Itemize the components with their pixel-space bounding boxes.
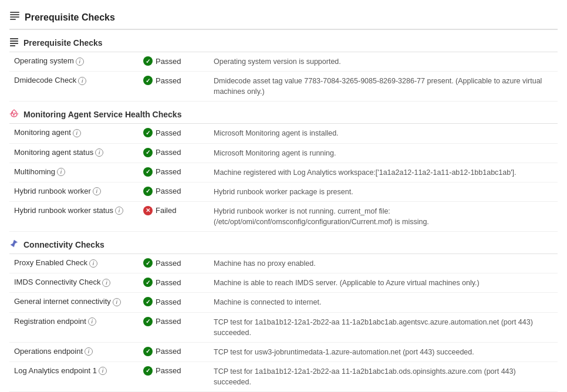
row-status: ✓Passed (139, 312, 209, 342)
row-name-text: Hybrid runbook worker (14, 187, 91, 195)
page-title-icon (9, 11, 20, 24)
passed-icon: ✓ (143, 347, 153, 356)
status-passed: ✓Passed (143, 297, 204, 306)
row-name-text: Monitoring agent (14, 128, 71, 137)
table-row: Hybrid runbook worker statusi✕FailedHybr… (9, 201, 558, 231)
row-name-text: Multihoming (14, 167, 55, 176)
status-text: Passed (156, 259, 181, 268)
info-icon[interactable]: i (76, 58, 84, 66)
row-name-text: Log Analytics endpoint 1 (14, 366, 97, 375)
svg-rect-2 (10, 16, 19, 18)
info-icon[interactable]: i (85, 347, 93, 356)
svg-rect-0 (10, 12, 19, 13)
section-connectivity: Connectivity ChecksProxy Enabled Checki✓… (9, 234, 558, 392)
status-text: Passed (156, 57, 181, 66)
status-passed: ✓Passed (143, 167, 204, 177)
passed-icon: ✓ (143, 128, 153, 137)
status-text: Passed (156, 298, 181, 306)
page-title-bar: Prerequisite Checks (9, 5, 558, 30)
info-icon[interactable]: i (73, 129, 81, 137)
row-description: Machine is able to reach IMDS server. (A… (209, 273, 558, 293)
status-text: Passed (156, 129, 181, 137)
row-status: ✓Passed (139, 163, 209, 182)
status-text: Passed (156, 366, 181, 375)
status-passed: ✓Passed (143, 366, 204, 376)
row-description: Machine is connected to internet. (209, 293, 558, 312)
table-prereq: Operating systemi✓PassedOperating system… (9, 52, 558, 102)
section-icon-prereq (9, 37, 19, 48)
info-icon[interactable]: i (115, 207, 123, 215)
row-name: Operations endpointi (9, 342, 139, 361)
row-name: Monitoring agent statusi (9, 143, 139, 163)
table-row: General internet connectivityi✓PassedMac… (9, 293, 558, 312)
passed-icon: ✓ (143, 167, 153, 177)
row-name-text: Monitoring agent status (14, 148, 93, 157)
info-icon[interactable]: i (102, 279, 110, 287)
table-row: Log Analytics endpoint 1i✓PassedTCP test… (9, 361, 558, 391)
table-row: Operating systemi✓PassedOperating system… (9, 52, 558, 72)
row-status: ✓Passed (139, 72, 209, 102)
row-name-text: IMDS Connectivity Check (14, 278, 100, 286)
info-icon[interactable]: i (78, 77, 86, 85)
row-name: IMDS Connectivity Checki (9, 273, 139, 293)
row-name: Hybrid runbook worker statusi (9, 201, 139, 231)
status-passed: ✓Passed (143, 317, 204, 326)
passed-icon: ✓ (143, 317, 153, 326)
table-row: Hybrid runbook workeri✓PassedHybrid runb… (9, 182, 558, 201)
main-container: Prerequisite Checks Prerequisite ChecksO… (0, 0, 567, 392)
status-passed: ✓Passed (143, 56, 204, 66)
row-name: Hybrid runbook workeri (9, 182, 139, 201)
row-name: Multihomingi (9, 163, 139, 182)
section-icon-monitoring (9, 109, 19, 120)
row-name-text: Hybrid runbook worker status (14, 206, 113, 215)
row-status: ✓Passed (139, 254, 209, 273)
row-description: Microsoft Monitoring agent is installed. (209, 124, 558, 143)
info-icon[interactable]: i (93, 187, 101, 195)
status-passed: ✓Passed (143, 278, 204, 287)
passed-icon: ✓ (143, 366, 153, 376)
row-status: ✓Passed (139, 293, 209, 312)
table-row: Monitoring agenti✓PassedMicrosoft Monito… (9, 124, 558, 143)
passed-icon: ✓ (143, 278, 153, 287)
row-description: Hybrid runbook worker package is present… (209, 182, 558, 201)
status-text: Passed (156, 187, 181, 195)
row-name-text: Proxy Enabled Check (14, 258, 87, 267)
section-monitoring: Monitoring Agent Service Health ChecksMo… (9, 104, 558, 232)
section-label-monitoring: Monitoring Agent Service Health Checks (23, 110, 181, 119)
svg-rect-6 (10, 43, 18, 44)
svg-rect-4 (10, 38, 18, 39)
status-passed: ✓Passed (143, 258, 204, 268)
passed-icon: ✓ (143, 148, 153, 157)
row-description: Dmidecode asset tag value 7783-7084-3265… (209, 72, 558, 102)
row-name-text: Registration endpoint (14, 317, 86, 326)
row-description: Machine registered with Log Analytics wo… (209, 163, 558, 182)
passed-icon: ✓ (143, 258, 153, 268)
info-icon[interactable]: i (99, 367, 107, 375)
section-header-connectivity: Connectivity Checks (9, 234, 558, 254)
row-status: ✕Failed (139, 201, 209, 231)
passed-icon: ✓ (143, 76, 153, 85)
row-name: General internet connectivityi (9, 293, 139, 312)
status-failed: ✕Failed (143, 206, 204, 215)
table-monitoring: Monitoring agenti✓PassedMicrosoft Monito… (9, 124, 558, 232)
info-icon[interactable]: i (89, 259, 97, 268)
row-name: Dmidecode Checki (9, 72, 139, 102)
section-label-connectivity: Connectivity Checks (23, 240, 104, 249)
info-icon[interactable]: i (88, 317, 96, 326)
row-description: TCP test for usw3-jobruntimedata-1.azure… (209, 342, 558, 361)
table-row: Registration endpointi✓PassedTCP test fo… (9, 312, 558, 342)
section-header-prereq: Prerequisite Checks (9, 32, 558, 52)
passed-icon: ✓ (143, 297, 153, 306)
row-description: Hybrid runbook worker is not running. cu… (209, 201, 558, 231)
table-row: IMDS Connectivity Checki✓PassedMachine i… (9, 273, 558, 293)
info-icon[interactable]: i (57, 168, 65, 176)
info-icon[interactable]: i (95, 148, 103, 157)
section-icon-connectivity (9, 239, 19, 250)
info-icon[interactable]: i (113, 298, 121, 306)
svg-rect-5 (10, 40, 18, 42)
page-title-text: Prerequisite Checks (25, 12, 115, 23)
status-passed: ✓Passed (143, 148, 204, 157)
row-name-text: General internet connectivity (14, 297, 111, 306)
row-description: Operating system version is supported. (209, 52, 558, 72)
status-text: Passed (156, 167, 181, 176)
